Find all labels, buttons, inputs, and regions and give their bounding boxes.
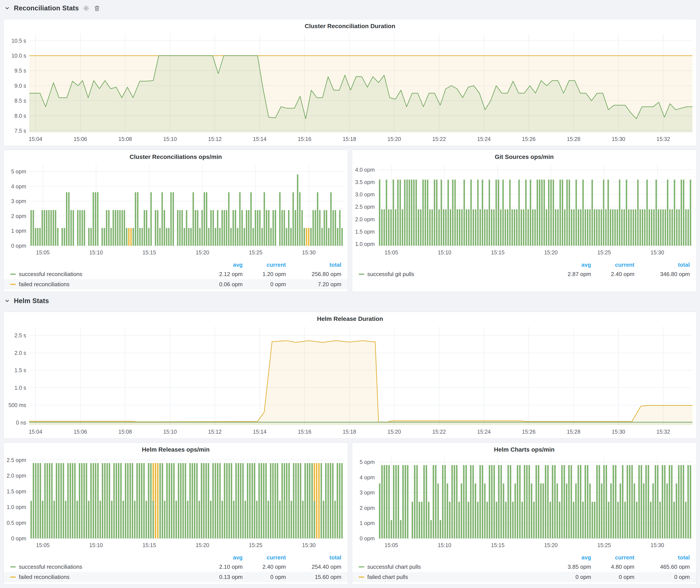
legend-col-avg[interactable]: avg [548, 554, 591, 561]
legend-col-total[interactable]: total [286, 554, 341, 561]
section-header-helm-stats[interactable]: Helm Stats [3, 295, 697, 308]
panel-title[interactable]: Helm Releases ops/min [4, 443, 348, 454]
svg-text:15:24: 15:24 [477, 429, 491, 435]
svg-text:15:08: 15:08 [118, 136, 132, 142]
section-header-reconciliation-stats[interactable]: Reconciliation Stats [3, 2, 697, 15]
svg-text:15:25: 15:25 [597, 542, 611, 548]
svg-text:9.0 s: 9.0 s [15, 83, 26, 89]
legend-value-total: 254.40 opm [286, 564, 341, 570]
svg-text:15:18: 15:18 [343, 429, 356, 435]
panel-title[interactable]: Git Sources ops/min [352, 150, 696, 161]
svg-text:3 opm: 3 opm [360, 489, 375, 496]
svg-text:5 opm: 5 opm [360, 459, 375, 465]
svg-text:0 opm: 0 opm [11, 243, 26, 249]
svg-text:15:15: 15:15 [142, 249, 156, 255]
legend-col-total[interactable]: total [634, 554, 690, 561]
panel-title[interactable]: Cluster Reconciliations ops/min [4, 150, 348, 161]
svg-text:1.5 opm: 1.5 opm [7, 488, 26, 494]
legend-series-toggle[interactable]: failed chart pulls [359, 574, 548, 580]
legend-value-avg: 2.12 opm [199, 271, 243, 278]
svg-text:15:15: 15:15 [142, 542, 156, 548]
legend-series-label: successful git pulls [367, 271, 414, 278]
legend-series-toggle[interactable]: successful git pulls [359, 271, 548, 278]
gear-icon[interactable] [83, 5, 90, 12]
legend-series-toggle[interactable]: successful reconciliations [10, 271, 199, 278]
git-sources-opm-chart[interactable]: 1.0 opm1.5 opm2.0 opm2.5 opm3.0 opm3.5 o… [352, 161, 696, 259]
panel-helm-charts-opm: Helm Charts ops/min 0 opm1 opm2 opm3 opm… [352, 443, 697, 585]
svg-text:15:08: 15:08 [118, 429, 132, 435]
svg-text:3.0 opm: 3.0 opm [355, 191, 375, 197]
legend-value-avg: 0.13 opm [199, 574, 243, 580]
svg-text:15:12: 15:12 [208, 429, 222, 435]
trash-icon[interactable] [94, 5, 100, 12]
svg-text:0 ns: 0 ns [16, 420, 26, 426]
helm-release-duration-chart[interactable]: 0 ns500 ms1.0 s1.5 s2.0 s2.5 s15:0415:06… [4, 323, 696, 438]
svg-text:15:20: 15:20 [196, 249, 209, 255]
legend-row: failed reconciliations0.06 opm0 opm7.20 … [4, 279, 348, 289]
legend-col-avg[interactable]: avg [548, 262, 591, 268]
svg-text:15:25: 15:25 [249, 249, 263, 255]
legend-value-current: 1.20 opm [243, 271, 286, 278]
svg-text:15:05: 15:05 [385, 542, 398, 548]
legend-col-current[interactable]: current [243, 554, 286, 561]
legend-col-current[interactable]: current [591, 262, 634, 268]
svg-text:15:10: 15:10 [89, 542, 103, 548]
helm-charts-opm-chart[interactable]: 0 opm1 opm2 opm3 opm4 opm5 opm15:0515:10… [352, 454, 696, 552]
legend-series-toggle[interactable]: successful reconciliations [10, 564, 199, 570]
legend-col-avg[interactable]: avg [199, 554, 243, 561]
svg-text:2.5 s: 2.5 s [15, 332, 26, 338]
legend-value-avg: 0 opm [548, 574, 591, 580]
legend-value-current: 0 opm [243, 574, 286, 580]
legend-col-current[interactable]: current [591, 554, 634, 561]
legend-value-current: 0 opm [591, 574, 634, 580]
legend-col-total[interactable]: total [634, 262, 690, 268]
svg-text:8.5 s: 8.5 s [15, 98, 26, 104]
legend-value-current: 2.40 opm [591, 271, 634, 278]
svg-text:15:16: 15:16 [298, 429, 311, 435]
svg-text:15:30: 15:30 [302, 542, 316, 548]
svg-text:15:14: 15:14 [253, 429, 267, 435]
legend-value-total: 0 opm [634, 574, 690, 580]
svg-text:2 opm: 2 opm [11, 213, 26, 219]
svg-text:15:10: 15:10 [438, 249, 451, 255]
legend-series-toggle[interactable]: failed reconciliations [10, 281, 199, 288]
svg-text:15:20: 15:20 [387, 136, 401, 142]
svg-text:15:06: 15:06 [74, 429, 87, 435]
legend-value-avg: 0.06 opm [199, 281, 243, 288]
legend-col-current[interactable]: current [243, 262, 286, 268]
svg-text:15:20: 15:20 [544, 249, 558, 255]
legend-series-toggle[interactable]: failed reconciliations [10, 574, 199, 580]
cluster-reconciliation-duration-chart[interactable]: 7.5 s8.0 s8.5 s9.0 s9.5 s10.0 s10.5 s15:… [4, 31, 696, 146]
svg-text:0 opm: 0 opm [360, 535, 375, 541]
series-color-dash-icon [359, 274, 364, 275]
panel-title[interactable]: Helm Release Duration [4, 312, 696, 323]
svg-text:15:28: 15:28 [567, 136, 581, 142]
svg-text:4.0 opm: 4.0 opm [355, 167, 375, 173]
svg-text:15:30: 15:30 [612, 429, 625, 435]
legend: avgcurrenttotalsuccessful reconciliation… [4, 552, 348, 584]
legend-col-total[interactable]: total [286, 262, 341, 268]
legend-value-total: 256.80 opm [286, 271, 341, 278]
cluster-reconciliations-opm-chart[interactable]: 0 opm1 opm2 opm3 opm4 opm5 opm15:0515:10… [4, 161, 348, 259]
panel-cluster-reconciliations-opm: Cluster Reconciliations ops/min 0 opm1 o… [3, 150, 348, 292]
section-title: Helm Stats [14, 297, 49, 305]
legend-value-avg: 2.10 opm [199, 564, 243, 570]
svg-text:4 opm: 4 opm [360, 474, 375, 480]
legend: avgcurrenttotalsuccessful git pulls2.87 … [352, 259, 696, 281]
series-color-dash-icon [359, 577, 364, 578]
svg-text:10.0 s: 10.0 s [11, 53, 26, 59]
legend-series-label: successful reconciliations [19, 564, 82, 570]
svg-text:15:25: 15:25 [249, 542, 263, 548]
panel-title[interactable]: Helm Charts ops/min [352, 443, 696, 454]
legend-col-avg[interactable]: avg [199, 262, 243, 268]
svg-text:1.0 opm: 1.0 opm [7, 504, 26, 510]
svg-text:15:05: 15:05 [36, 249, 50, 255]
panel-helm-release-duration: Helm Release Duration 0 ns500 ms1.0 s1.5… [3, 312, 697, 439]
panel-git-sources-opm: Git Sources ops/min 1.0 opm1.5 opm2.0 op… [352, 150, 697, 292]
legend-value-total: 465.60 opm [634, 564, 690, 570]
svg-text:15:26: 15:26 [522, 136, 536, 142]
helm-releases-opm-chart[interactable]: 0 opm0.5 opm1.0 opm1.5 opm2.0 opm2.5 opm… [4, 454, 348, 552]
legend-series-toggle[interactable]: successful chart pulls [359, 564, 548, 570]
panel-title[interactable]: Cluster Reconciliation Duration [4, 19, 696, 31]
svg-text:3.5 opm: 3.5 opm [355, 179, 375, 185]
